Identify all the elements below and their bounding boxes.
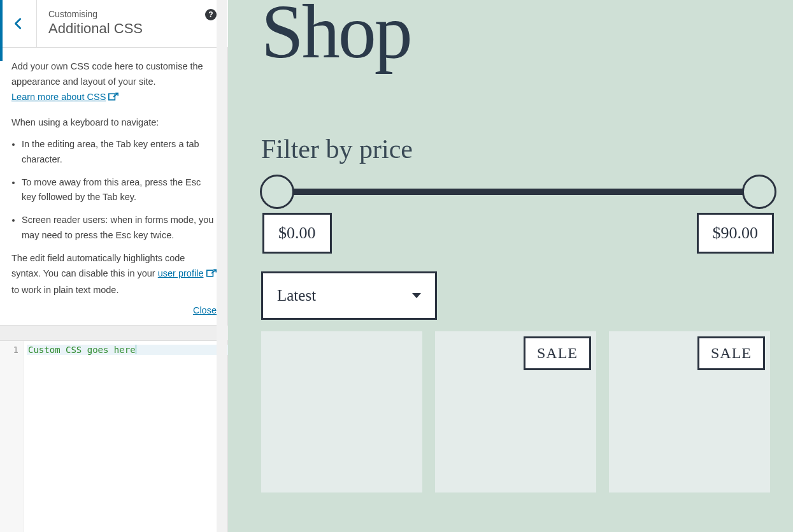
css-editor[interactable]: 1 Custom CSS goes here <box>0 340 228 532</box>
sort-dropdown[interactable]: Latest <box>261 271 437 320</box>
editor-gutter: 1 <box>0 341 24 532</box>
sale-badge: SALE <box>697 336 765 370</box>
external-link-icon <box>206 268 217 283</box>
keyboard-intro: When using a keyboard to navigate: <box>11 115 217 131</box>
product-card[interactable]: SALE <box>609 331 770 492</box>
syntax-post: to work in plain text mode. <box>11 285 118 295</box>
active-accent <box>0 0 3 61</box>
learn-css-link[interactable]: Learn more about CSS <box>11 92 106 102</box>
chevron-down-icon <box>412 293 421 298</box>
customizer-sidebar: Customising Additional CSS ? Add your ow… <box>0 0 228 532</box>
slider-handle-min[interactable] <box>260 175 294 209</box>
price-max-label: $90.00 <box>697 213 775 254</box>
sort-selected-label: Latest <box>277 287 316 305</box>
line-number: 1 <box>0 345 18 355</box>
editor-content: Custom CSS goes here <box>28 345 136 355</box>
panel-header: Customising Additional CSS ? <box>0 0 228 48</box>
editor-caret <box>136 345 136 354</box>
intro-text: Add your own CSS code here to customise … <box>11 61 203 87</box>
panel-eyebrow: Customising <box>48 9 217 19</box>
sale-badge: SALE <box>524 336 591 370</box>
product-grid: WORDPRESS SALE <box>261 331 775 492</box>
back-button[interactable] <box>0 0 37 47</box>
slider-track <box>275 189 761 195</box>
filter-heading: Filter by price <box>261 134 775 164</box>
help-icon[interactable]: ? <box>205 9 217 20</box>
product-card[interactable]: WORDPRESS <box>261 331 422 492</box>
hint-item: In the editing area, the Tab key enters … <box>22 137 217 168</box>
user-profile-link[interactable]: user profile <box>158 268 204 278</box>
price-min-label: $0.00 <box>262 213 332 254</box>
site-preview: Shop Filter by price $0.00 $90.00 Latest… <box>228 0 793 532</box>
panel-description: Add your own CSS code here to customise … <box>0 48 228 303</box>
hint-item: Screen reader users: when in forms mode,… <box>22 213 217 243</box>
sidebar-scrollbar[interactable] <box>217 0 227 532</box>
chevron-left-icon <box>11 17 25 31</box>
close-help-link[interactable]: Close <box>193 305 217 315</box>
page-title: Shop <box>261 0 775 70</box>
price-slider[interactable]: $0.00 $90.00 <box>262 180 774 243</box>
panel-divider <box>0 325 228 340</box>
hint-item: To move away from this area, press the E… <box>22 175 217 206</box>
panel-title: Additional CSS <box>48 20 217 37</box>
slider-handle-max[interactable] <box>742 175 776 209</box>
external-link-icon <box>108 91 118 106</box>
product-card[interactable]: SALE <box>435 331 596 492</box>
